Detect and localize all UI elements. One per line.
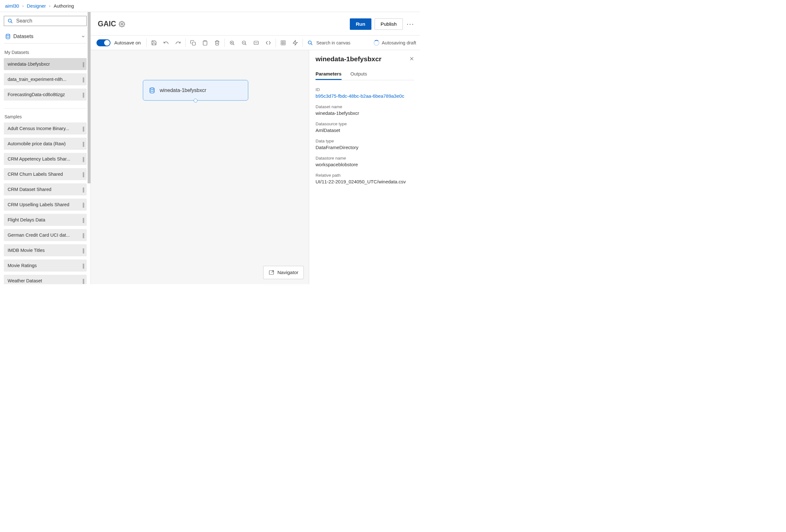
zoom-actual-icon[interactable] — [262, 37, 274, 49]
section-samples: Samples — [4, 114, 86, 119]
svg-point-0 — [8, 19, 11, 22]
divider — [4, 108, 87, 108]
node-output-port[interactable] — [194, 99, 198, 102]
lightning-icon[interactable] — [289, 37, 301, 49]
prop-value-datastore-name: workspaceblobstore — [316, 162, 414, 167]
dataset-item-label: Automobile price data (Raw) — [8, 141, 80, 146]
svg-line-1 — [11, 22, 13, 23]
prop-value-relative-path: UI/11-22-2019_024050_UTC/winedata.csv — [316, 179, 414, 184]
dataset-item[interactable]: Automobile price data (Raw)‖ — [4, 138, 87, 150]
dataset-item[interactable]: data_train_experiment-n8h... ‖ — [4, 73, 87, 85]
svg-rect-5 — [204, 40, 206, 41]
dataset-item[interactable]: CRM Appetency Labels Shar...‖ — [4, 153, 87, 165]
svg-point-21 — [308, 41, 311, 44]
divider — [225, 39, 225, 47]
dataset-item-label: ForecastingData-cd6o8tizgz — [8, 92, 80, 97]
prop-label-relative-path: Relative path — [316, 173, 414, 178]
breadcrumb-current: Authoring — [54, 3, 74, 8]
dataset-item[interactable]: CRM Churn Labels Shared‖ — [4, 168, 87, 180]
workspace: winedata-1befysbxcr Navigator winedata-1… — [91, 50, 420, 284]
canvas-search[interactable]: Search in canvas — [304, 40, 373, 46]
dataset-item[interactable]: winedata-1befysbxcr ‖ — [4, 58, 87, 70]
grip-icon: ‖ — [82, 217, 84, 223]
navigator-button[interactable]: Navigator — [263, 266, 304, 279]
chevron-down-icon — [81, 34, 85, 39]
section-my-datasets: My Datasets — [4, 50, 86, 55]
toggle-switch[interactable] — [96, 39, 111, 46]
details-title: winedata-1befysbxcr — [316, 55, 382, 63]
prop-label-dataset-name: Dataset name — [316, 104, 414, 109]
grip-icon: ‖ — [82, 232, 84, 238]
dataset-item[interactable]: CRM Upselling Labels Shared‖ — [4, 199, 87, 211]
canvas[interactable]: winedata-1befysbxcr Navigator — [91, 50, 309, 284]
tab-parameters[interactable]: Parameters — [316, 69, 342, 80]
svg-rect-15 — [281, 41, 286, 45]
prop-value-dataset-name: winedata-1befysbxcr — [316, 111, 414, 116]
grip-icon: ‖ — [82, 247, 84, 253]
details-tabs: Parameters Outputs — [316, 69, 414, 80]
svg-rect-4 — [192, 42, 195, 45]
dataset-item[interactable]: CRM Dataset Shared‖ — [4, 183, 87, 195]
svg-point-3 — [121, 23, 122, 25]
dataset-item-label: CRM Churn Labels Shared — [8, 172, 80, 177]
prop-label-data-type: Data type — [316, 139, 414, 143]
tab-outputs[interactable]: Outputs — [350, 69, 367, 80]
dataset-item[interactable]: ForecastingData-cd6o8tizgz ‖ — [4, 89, 87, 101]
grip-icon: ‖ — [82, 171, 84, 177]
grip-icon: ‖ — [82, 202, 84, 208]
dataset-item-label: winedata-1befysbxcr — [8, 62, 80, 67]
dataset-item[interactable]: Adult Census Income Binary...‖ — [4, 122, 87, 135]
search-icon — [307, 40, 313, 46]
divider — [185, 39, 186, 47]
search-icon — [7, 18, 13, 24]
divider — [276, 39, 276, 47]
delete-icon[interactable] — [211, 37, 223, 49]
grip-icon: ‖ — [82, 187, 84, 193]
chevron-right-icon: › — [49, 3, 50, 8]
dataset-item[interactable]: Weather Dataset‖ — [4, 275, 87, 284]
zoom-fit-icon[interactable] — [250, 37, 262, 49]
copy-icon[interactable] — [187, 37, 199, 49]
publish-button[interactable]: Publish — [375, 18, 403, 30]
redo-icon[interactable] — [172, 37, 184, 49]
canvas-search-placeholder: Search in canvas — [316, 40, 350, 45]
breadcrumb: aiml30 › Designer › Authoring — [0, 0, 420, 12]
category-label: Datasets — [13, 33, 33, 39]
main-area: GAIC Run Publish ··· Autosave on — [91, 12, 420, 284]
svg-line-7 — [233, 44, 234, 45]
autosave-status-label: Autosaving draft — [382, 40, 416, 45]
category-datasets[interactable]: Datasets — [4, 32, 87, 44]
dataset-item[interactable]: German Credit Card UCI dat...‖ — [4, 229, 87, 241]
canvas-node-label: winedata-1befysbxcr — [160, 88, 206, 93]
sidebar-search-input[interactable] — [16, 18, 83, 24]
dataset-item[interactable]: Flight Delays Data‖ — [4, 214, 87, 226]
scrollbar[interactable] — [88, 12, 91, 183]
sidebar-search[interactable] — [4, 16, 87, 26]
grid-icon[interactable] — [277, 37, 289, 49]
prop-value-id[interactable]: b95c3d75-fbdc-48bc-b2aa-6bea789a3e0c — [316, 93, 414, 99]
dataset-item-label: Movie Ratings — [8, 263, 80, 268]
autosave-toggle[interactable]: Autosave on — [93, 39, 145, 46]
dataset-item[interactable]: Movie Ratings‖ — [4, 260, 87, 271]
zoom-out-icon[interactable] — [238, 37, 250, 49]
zoom-in-icon[interactable] — [226, 37, 238, 49]
paste-icon[interactable] — [199, 37, 211, 49]
more-menu-icon[interactable]: ··· — [407, 20, 414, 28]
dataset-item[interactable]: IMDB Movie Titles‖ — [4, 244, 87, 256]
close-icon[interactable] — [409, 56, 414, 62]
run-button[interactable]: Run — [350, 18, 371, 30]
grip-icon: ‖ — [82, 263, 84, 269]
database-icon — [5, 33, 11, 39]
save-icon[interactable] — [148, 37, 160, 49]
canvas-node-dataset[interactable]: winedata-1befysbxcr — [143, 80, 248, 101]
gear-icon[interactable] — [119, 21, 125, 27]
details-panel: winedata-1befysbxcr Parameters Outputs I… — [309, 50, 420, 284]
grip-icon: ‖ — [82, 156, 84, 162]
undo-icon[interactable] — [160, 37, 172, 49]
my-datasets-list: winedata-1befysbxcr ‖ data_train_experim… — [4, 58, 87, 101]
divider — [146, 39, 147, 47]
breadcrumb-link-designer[interactable]: Designer — [27, 3, 46, 8]
navigator-label: Navigator — [277, 270, 298, 275]
breadcrumb-link-workspace[interactable]: aiml30 — [5, 3, 19, 8]
sidebar: Datasets My Datasets winedata-1befysbxcr… — [0, 12, 91, 284]
